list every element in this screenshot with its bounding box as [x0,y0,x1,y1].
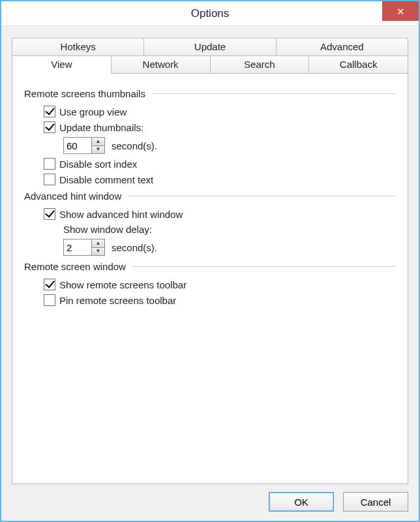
group-remote-window: Remote screen window Show remote screens… [24,261,396,306]
tab-search[interactable]: Search [210,55,310,74]
label-use-group-view[interactable]: Use group view [59,106,127,117]
checkbox-disable-sort[interactable] [44,158,55,170]
label-show-hint[interactable]: Show advanced hint window [59,209,183,220]
row-disable-sort: Disable sort index [44,158,396,170]
group-advanced-hint: Advanced hint window Show advanced hint … [24,191,396,256]
group-divider [128,196,396,196]
group-divider [152,93,396,94]
tab-network[interactable]: Network [111,55,211,74]
group-title: Remote screen window [24,261,126,272]
dialog-buttons: OK Cancel [12,484,408,512]
label-update-thumbnails[interactable]: Update thumbnails: [59,122,143,133]
tabs: Hotkeys Update Advanced View Network Sea… [12,38,408,74]
group-remote-thumbnails: Remote screens thumbnails Use group view… [24,88,396,185]
label-show-toolbar[interactable]: Show remote screens toolbar [59,279,187,290]
tab-row-bottom: View Network Search Callback [12,55,408,74]
spinner-up-icon[interactable]: ▲ [92,138,104,146]
spinner-buttons: ▲ ▼ [91,239,104,255]
spinner-delay: ▲ ▼ [63,239,105,256]
ok-button[interactable]: OK [269,492,334,512]
tab-view[interactable]: View [12,55,112,74]
spinner-down-icon[interactable]: ▼ [92,146,104,154]
close-button[interactable]: ✕ [382,1,419,21]
group-title: Remote screens thumbnails [24,88,145,99]
group-title: Advanced hint window [24,191,121,202]
checkbox-show-toolbar[interactable] [44,279,55,290]
tab-callback[interactable]: Callback [308,55,408,74]
group-divider [132,266,396,267]
group-header: Advanced hint window [24,191,396,202]
row-update-thumbnails: Update thumbnails: [44,121,396,133]
label-delay: Show window delay: [63,224,152,235]
checkbox-update-thumbnails[interactable] [44,121,55,133]
tab-page-view: Remote screens thumbnails Use group view… [12,73,408,484]
row-show-toolbar: Show remote screens toolbar [44,279,396,290]
spinner-up-icon[interactable]: ▲ [92,239,104,248]
label-pin-toolbar[interactable]: Pin remote screens toolbar [59,295,176,306]
window-title: Options [1,7,419,20]
client-area: Hotkeys Update Advanced View Network Sea… [1,26,419,521]
tab-hotkeys[interactable]: Hotkeys [12,38,144,56]
label-delay-unit: second(s). [112,242,157,253]
close-icon: ✕ [397,7,405,16]
tab-advanced[interactable]: Advanced [276,38,408,56]
row-disable-comment: Disable comment text [44,174,396,185]
cancel-button[interactable]: Cancel [343,492,408,512]
label-disable-sort[interactable]: Disable sort index [59,159,137,170]
input-delay[interactable] [64,239,91,255]
checkbox-pin-toolbar[interactable] [44,294,55,306]
titlebar: Options ✕ [1,1,419,26]
tab-row-top: Hotkeys Update Advanced [12,38,408,56]
group-header: Remote screens thumbnails [24,88,396,99]
input-update-interval[interactable] [64,138,91,153]
checkbox-show-hint[interactable] [44,208,55,220]
spinner-buttons: ▲ ▼ [91,138,104,153]
tab-update[interactable]: Update [143,38,276,56]
label-disable-comment[interactable]: Disable comment text [59,174,153,185]
spinner-update-interval: ▲ ▼ [63,137,105,154]
row-use-group-view: Use group view [44,106,396,117]
row-delay-label: Show window delay: [63,224,396,235]
options-dialog: Options ✕ Hotkeys Update Advanced View N… [0,0,420,522]
checkbox-use-group-view[interactable] [44,106,55,117]
spinner-down-icon[interactable]: ▼ [92,248,104,256]
row-show-hint: Show advanced hint window [44,208,396,220]
row-pin-toolbar: Pin remote screens toolbar [44,294,396,306]
group-header: Remote screen window [24,261,396,272]
label-interval-unit: second(s). [112,140,157,151]
row-update-interval: ▲ ▼ second(s). [63,137,396,154]
checkbox-disable-comment[interactable] [44,174,55,185]
row-delay-value: ▲ ▼ second(s). [63,239,396,256]
